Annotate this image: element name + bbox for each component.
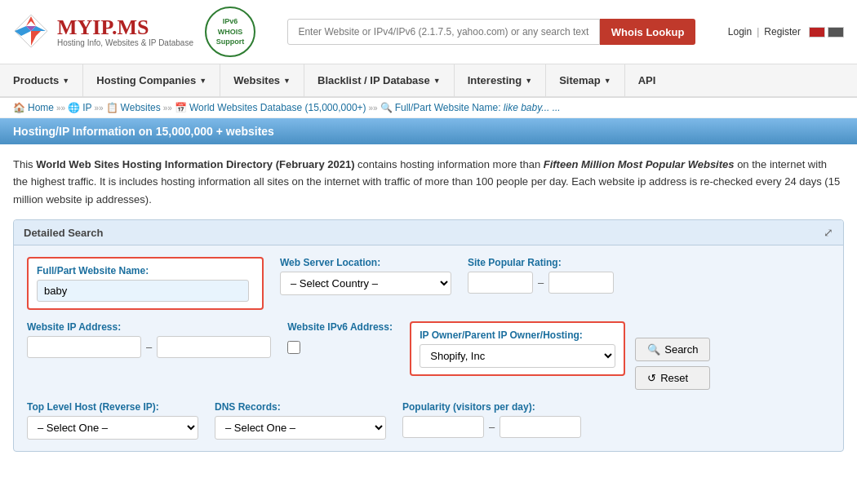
breadcrumb-ip[interactable]: IP bbox=[82, 102, 91, 113]
chevron-down-icon: ▼ bbox=[283, 77, 291, 85]
location-label: Web Server Location: bbox=[280, 257, 451, 268]
login-link[interactable]: Login bbox=[728, 26, 752, 38]
ip-address-group: Website IP Address: – bbox=[27, 321, 271, 358]
rating-input-max[interactable] bbox=[548, 272, 614, 294]
breadcrumb: 🏠 Home »» 🌐 IP »» 📋 Websites »» 📅 World … bbox=[0, 98, 857, 118]
reset-icon: ↺ bbox=[647, 372, 656, 384]
nav-item-products[interactable]: Products ▼ bbox=[0, 64, 83, 96]
header-auth: Login | Register bbox=[728, 26, 844, 38]
breadcrumb-websites[interactable]: Websites bbox=[121, 102, 161, 113]
search-icon: 🔍 bbox=[647, 343, 660, 356]
main-search-input[interactable] bbox=[287, 19, 599, 45]
hosting-and-actions: IP Owner/Parent IP Owner/Hosting: Shopif… bbox=[410, 321, 710, 390]
top-level-select[interactable]: – Select One – bbox=[27, 416, 198, 440]
breadcrumb-home[interactable]: Home bbox=[28, 102, 54, 113]
chevron-down-icon: ▼ bbox=[433, 77, 441, 85]
ipv6-checkbox[interactable] bbox=[287, 341, 300, 354]
search-breadcrumb-icon: 🔍 bbox=[380, 102, 393, 113]
top-level-group: Top Level Host (Reverse IP): – Select On… bbox=[27, 401, 198, 440]
dns-group: DNS Records: – Select One – bbox=[215, 401, 386, 440]
register-link[interactable]: Register bbox=[764, 26, 801, 38]
header: MYIP.MS Hosting Info, Websites & IP Data… bbox=[0, 0, 857, 64]
ipv6-badge: IPv6 WHOIS Support bbox=[205, 7, 255, 57]
search-box-header: Detailed Search ⤢ bbox=[14, 220, 843, 245]
logo-text-block: MYIP.MS Hosting Info, Websites & IP Data… bbox=[57, 17, 193, 47]
intro-paragraph: This World Web Sites Hosting Information… bbox=[13, 156, 844, 208]
ip-icon: 🌐 bbox=[68, 102, 80, 113]
popularity-dash: – bbox=[489, 421, 495, 433]
action-buttons: 🔍 Search ↺ Reset bbox=[635, 338, 710, 390]
search-box-body: Full/Part Website Name: Web Server Locat… bbox=[14, 245, 843, 451]
reset-button[interactable]: ↺ Reset bbox=[635, 366, 710, 390]
hosting-label: IP Owner/Parent IP Owner/Hosting: bbox=[420, 329, 615, 341]
nav-item-blacklist[interactable]: Blacklist / IP Database ▼ bbox=[304, 64, 455, 96]
nav-item-interesting[interactable]: Interesting ▼ bbox=[455, 64, 546, 96]
flag-de-icon bbox=[828, 27, 844, 38]
ip-input-min[interactable] bbox=[27, 336, 141, 358]
location-select[interactable]: – Select Country – bbox=[280, 272, 451, 295]
popularity-input-max[interactable] bbox=[500, 416, 581, 438]
chevron-down-icon: ▼ bbox=[604, 77, 611, 85]
website-name-label: Full/Part Website Name: bbox=[37, 265, 254, 276]
hosting-select[interactable]: Shopify, Inc bbox=[420, 344, 615, 368]
popularity-label: Popularity (visitors per day): bbox=[402, 401, 581, 413]
nav-item-api[interactable]: API bbox=[625, 64, 669, 96]
chevron-down-icon: ▼ bbox=[199, 77, 206, 85]
popularity-group: Popularity (visitors per day): – bbox=[402, 401, 581, 438]
ip-address-label: Website IP Address: bbox=[27, 321, 271, 333]
breadcrumb-worlddb[interactable]: World Websites Database (15,000,000+) bbox=[189, 102, 366, 113]
rating-group: Site Popular Rating: – bbox=[468, 257, 614, 294]
nav-item-websites[interactable]: Websites ▼ bbox=[220, 64, 304, 96]
logo-subtitle: Hosting Info, Websites & IP Database bbox=[57, 38, 193, 47]
ip-input-max[interactable] bbox=[157, 336, 271, 358]
banner: Hosting/IP Information on 15,000,000 + w… bbox=[0, 118, 857, 144]
website-name-input[interactable] bbox=[37, 280, 249, 302]
flag-us-icon bbox=[809, 27, 825, 38]
home-icon: 🏠 bbox=[13, 102, 25, 113]
logo-diamond bbox=[13, 13, 49, 51]
svg-marker-3 bbox=[31, 31, 41, 46]
dns-label: DNS Records: bbox=[215, 401, 386, 413]
worlddb-icon: 📅 bbox=[175, 102, 187, 113]
detailed-search-box: Detailed Search ⤢ Full/Part Website Name… bbox=[13, 219, 844, 452]
search-button[interactable]: 🔍 Search bbox=[635, 338, 710, 361]
chevron-down-icon: ▼ bbox=[62, 77, 69, 85]
expand-icon[interactable]: ⤢ bbox=[824, 226, 833, 239]
hosting-group: IP Owner/Parent IP Owner/Hosting: Shopif… bbox=[410, 321, 625, 376]
banner-text: Hosting/IP Information on 15,000,000 + w… bbox=[13, 125, 274, 138]
ipv6-group: Website IPv6 Address: bbox=[287, 321, 393, 354]
rating-input-min[interactable] bbox=[468, 272, 533, 294]
nav-item-sitemap[interactable]: Sitemap ▼ bbox=[546, 64, 625, 96]
dns-select[interactable]: – Select One – bbox=[215, 416, 386, 440]
popularity-input-min[interactable] bbox=[402, 416, 484, 438]
website-name-group: Full/Part Website Name: bbox=[27, 257, 264, 310]
location-group: Web Server Location: – Select Country – bbox=[280, 257, 451, 295]
ipv6-label: Website IPv6 Address: bbox=[287, 321, 393, 334]
main-content: This World Web Sites Hosting Information… bbox=[0, 144, 857, 463]
nav-item-hosting-companies[interactable]: Hosting Companies ▼ bbox=[83, 64, 220, 96]
ip-dash: – bbox=[146, 341, 152, 353]
rating-dash: – bbox=[538, 276, 544, 289]
websites-icon: 📋 bbox=[106, 102, 118, 113]
whois-lookup-button[interactable]: Whois Lookup bbox=[600, 19, 696, 45]
logo-title: MYIP.MS bbox=[57, 17, 193, 38]
chevron-down-icon: ▼ bbox=[525, 77, 532, 85]
top-level-label: Top Level Host (Reverse IP): bbox=[27, 401, 198, 413]
nav-bar: Products ▼ Hosting Companies ▼ Websites … bbox=[0, 64, 857, 98]
search-box-title: Detailed Search bbox=[24, 227, 104, 239]
breadcrumb-search[interactable]: Full/Part Website Name: like baby... ... bbox=[395, 102, 561, 113]
rating-label: Site Popular Rating: bbox=[468, 257, 614, 268]
